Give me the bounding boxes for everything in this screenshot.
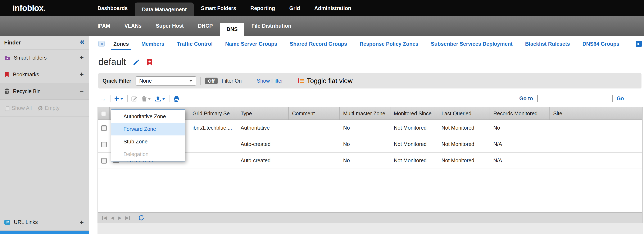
subnav-file-distribution[interactable]: File Distribution (244, 16, 298, 36)
divider (200, 76, 201, 85)
cell-multi-master: No (340, 141, 390, 147)
tab-name-server-groups[interactable]: Name Server Groups (219, 36, 284, 52)
sidebar-spacer (0, 116, 89, 214)
tab-response-policy-zones[interactable]: Response Policy Zones (354, 36, 425, 52)
pagination-previous-button[interactable]: ◀ (111, 215, 114, 220)
add-url-link-button[interactable]: + (80, 219, 84, 226)
toggle-flat-view-link[interactable]: Toggle flat view (298, 77, 352, 84)
header-type[interactable]: Type (237, 107, 289, 120)
delete-dropdown-caret-icon (148, 97, 151, 100)
print-button[interactable] (173, 95, 179, 102)
flat-view-icon (298, 78, 304, 83)
sidebar-item-url-links[interactable]: URL Links + (0, 214, 89, 231)
menu-item-stub-zone[interactable]: Stub Zone (111, 136, 185, 148)
triangle-right-icon: ▶ (638, 42, 640, 46)
select-all-checkbox[interactable] (101, 111, 106, 116)
pagination-next-button[interactable]: ▶ (118, 215, 122, 220)
header-comment[interactable]: Comment (289, 107, 340, 120)
collapse-sidebar-icon[interactable]: « (80, 37, 84, 46)
top-navigation: Dashboards Data Management Smart Folders… (98, 0, 358, 16)
topnav-data-management[interactable]: Data Management (135, 3, 194, 16)
go-button[interactable]: Go (616, 96, 624, 101)
subnav-super-host[interactable]: Super Host (149, 16, 191, 36)
header-site[interactable]: Site (550, 107, 642, 120)
finder-title: Finder (4, 39, 21, 46)
goto-input[interactable] (537, 95, 612, 102)
smart-folders-icon (4, 55, 10, 61)
tab-zones[interactable]: Zones (107, 36, 135, 52)
topnav-administration[interactable]: Administration (307, 0, 358, 16)
header-monitored-since[interactable]: Monitored Since (390, 107, 438, 120)
export-dropdown-caret-icon (162, 97, 165, 100)
collapse-recycle-bin-button[interactable]: − (80, 88, 84, 95)
quick-filter-select[interactable]: None (136, 76, 196, 85)
row-checkbox[interactable] (101, 158, 106, 163)
quick-filter-label: Quick Filter (102, 78, 132, 84)
edit-view-icon[interactable] (133, 59, 140, 66)
go-to-selected-button[interactable]: → (99, 95, 106, 102)
add-zone-dropdown-menu: Authoritative Zone Forward Zone Stub Zon… (111, 109, 185, 161)
header-multi-master[interactable]: Multi-master Zone (340, 107, 390, 120)
sidebar-item-label: Recycle Bin (13, 88, 40, 94)
tab-blacklist-rulesets[interactable]: Blacklist Rulesets (519, 36, 576, 52)
tab-traffic-control[interactable]: Traffic Control (170, 36, 219, 52)
url-links-icon (4, 219, 10, 225)
add-smart-folder-button[interactable]: + (80, 54, 84, 61)
show-all-button[interactable]: Show All (12, 105, 32, 111)
sidebar-item-smart-folders[interactable]: Smart Folders + (0, 50, 89, 66)
pagination-bar: ◀ ◀ ▶ ▶ (98, 212, 642, 223)
topnav-dashboards[interactable]: Dashboards (98, 0, 135, 16)
subnav-dhcp[interactable]: DHCP (191, 16, 220, 36)
header-last-queried[interactable]: Last Queried (438, 107, 490, 120)
header-grid-primary[interactable]: Grid Primary Se... (189, 107, 237, 120)
cell-type: Auto-created (237, 141, 289, 147)
show-all-icon (4, 105, 10, 111)
tab-dns64-groups[interactable]: DNS64 Groups (576, 36, 626, 52)
bar-icon (102, 216, 103, 220)
pagination-last-button[interactable]: ▶ (125, 215, 130, 220)
goto-label: Go to (519, 96, 533, 101)
cell-grid-primary: ibns1.techblue.... (189, 125, 237, 131)
topnav-grid[interactable]: Grid (282, 0, 307, 16)
cell-multi-master: No (340, 158, 390, 164)
bar-icon (129, 216, 130, 220)
add-bookmark-button[interactable]: + (80, 71, 84, 78)
pagination-first-button[interactable]: ◀ (102, 215, 107, 220)
topnav-reporting[interactable]: Reporting (243, 0, 282, 16)
menu-item-authoritative-zone[interactable]: Authoritative Zone (111, 110, 185, 123)
divider (134, 214, 134, 222)
table-empty-area (98, 169, 642, 212)
bookmark-icon (4, 71, 10, 78)
refresh-button[interactable] (138, 215, 144, 221)
sidebar-item-recycle-bin[interactable]: Recycle Bin − (0, 83, 89, 100)
header-records-monitored[interactable]: Records Monitored (490, 107, 550, 120)
topnav-smart-folders[interactable]: Smart Folders (194, 0, 243, 16)
add-zone-button[interactable]: + (114, 94, 123, 103)
refresh-icon (138, 215, 144, 221)
tab-members[interactable]: Members (135, 36, 171, 52)
row-checkbox[interactable] (101, 125, 106, 131)
tab-shared-record-groups[interactable]: Shared Record Groups (284, 36, 354, 52)
subnav-ipam[interactable]: IPAM (98, 16, 118, 36)
bookmark-flag-icon[interactable] (146, 59, 153, 66)
subnav-dns[interactable]: DNS (220, 23, 244, 36)
edit-button[interactable] (131, 95, 138, 102)
sidebar-resize-bar[interactable] (0, 231, 89, 234)
import-export-button[interactable] (154, 95, 165, 102)
sidebar-item-bookmarks[interactable]: Bookmarks + (0, 66, 89, 83)
tab-subscriber-services-deployment[interactable]: Subscriber Services Deployment (424, 36, 519, 52)
tabs-scroll-right-button[interactable]: ▶ (636, 41, 642, 47)
cell-records-monitored: N/A (490, 141, 550, 147)
header-select-all (98, 107, 110, 120)
printer-icon (173, 95, 179, 102)
empty-recycle-bin-button[interactable]: Empty (45, 105, 60, 111)
triangle-right-icon: ▶ (125, 215, 129, 220)
delete-button[interactable] (141, 95, 151, 102)
triangle-left-icon: ◀ (111, 215, 114, 220)
menu-item-forward-zone[interactable]: Forward Zone (111, 123, 185, 136)
subnav-vlans[interactable]: VLANs (118, 16, 149, 36)
filter-off-toggle[interactable]: Off (205, 77, 218, 84)
tabs-scroll-left-button[interactable]: ◀ (98, 41, 104, 47)
show-filter-link[interactable]: Show Filter (257, 78, 283, 84)
row-checkbox[interactable] (101, 142, 106, 147)
